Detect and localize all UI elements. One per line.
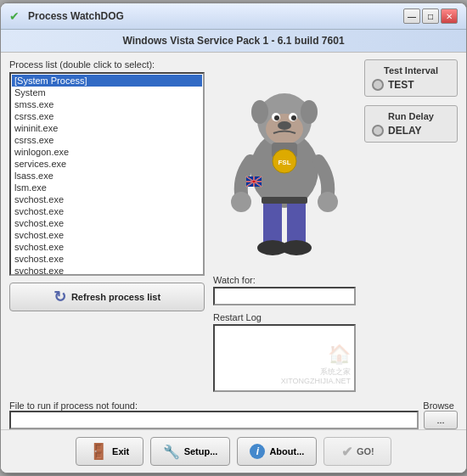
run-delay-row: DELAY	[372, 125, 450, 137]
list-item[interactable]: System	[12, 87, 202, 98]
watch-for-label: Watch for:	[213, 275, 356, 285]
restart-log-area[interactable]: 🏠 系统之家 XITONGZHIJIA.NET	[213, 324, 356, 392]
list-item[interactable]: lsass.exe	[12, 170, 202, 182]
about-label: About...	[269, 446, 304, 456]
run-delay-title: Run Delay	[372, 111, 450, 121]
svg-point-5	[274, 115, 279, 120]
file-input[interactable]	[9, 411, 419, 429]
svg-point-11	[231, 192, 251, 212]
window-title: Process WatchDOG	[28, 10, 403, 22]
main-window: ✔ Process WatchDOG — □ ✕ Windows Vista S…	[0, 3, 467, 473]
svg-point-12	[318, 192, 338, 212]
exit-label: Exit	[112, 446, 129, 456]
list-item[interactable]: smss.exe	[12, 98, 202, 110]
about-button[interactable]: i About...	[237, 437, 317, 466]
list-item[interactable]: wininit.exe	[12, 122, 202, 134]
header-bar: Windows Vista Service Pack 1 - 6.1 build…	[1, 30, 466, 53]
file-label: File to run if process not found:	[9, 400, 138, 411]
header-text: Windows Vista Service Pack 1 - 6.1 build…	[122, 35, 344, 47]
right-panel: Test Interval TEST Run Delay DELAY	[364, 59, 458, 392]
browse-label: Browse	[423, 400, 454, 411]
close-button[interactable]: ✕	[441, 8, 458, 24]
list-item[interactable]: svchost.exe	[12, 253, 202, 265]
bulldog-image: FSL	[221, 59, 348, 272]
test-interval-title: Test Interval	[372, 65, 450, 76]
svg-rect-17	[262, 197, 307, 204]
file-input-row: ...	[9, 411, 458, 429]
svg-point-7	[278, 121, 291, 130]
svg-point-8	[251, 100, 268, 124]
list-item[interactable]: [System Process]	[12, 75, 202, 87]
setup-label: Setup...	[184, 446, 218, 456]
watermark-text2: XITONGZHIJIA.NET	[281, 377, 351, 387]
exit-icon: 🚪	[89, 442, 108, 461]
list-item[interactable]: svchost.exe	[12, 265, 202, 276]
go-button[interactable]: ✔ GO!	[324, 437, 391, 466]
svg-rect-14	[287, 199, 306, 246]
title-controls: — □ ✕	[403, 8, 458, 24]
list-item[interactable]: svchost.exe	[12, 217, 202, 229]
center-panel: FSL Watch for:	[213, 59, 356, 392]
svg-point-16	[281, 240, 312, 255]
app-icon: ✔	[9, 9, 23, 23]
maximize-button[interactable]: □	[422, 8, 439, 24]
list-item[interactable]: svchost.exe	[12, 241, 202, 253]
setup-button[interactable]: 🔧 Setup...	[150, 437, 231, 466]
browse-button[interactable]: ...	[424, 411, 458, 429]
title-bar: ✔ Process WatchDOG — □ ✕	[1, 3, 466, 30]
run-delay-box: Run Delay DELAY	[364, 105, 458, 143]
file-section: File to run if process not found: Browse…	[1, 399, 466, 429]
setup-icon: 🔧	[163, 444, 180, 460]
svg-rect-13	[263, 199, 282, 246]
process-list-label: Process list (double click to select):	[9, 59, 205, 70]
refresh-button[interactable]: ↻ Refresh process list	[9, 283, 205, 311]
list-item[interactable]: csrss.exe	[12, 134, 202, 146]
run-delay-label: DELAY	[388, 125, 422, 137]
exit-button[interactable]: 🚪 Exit	[76, 437, 143, 466]
test-interval-box: Test Interval TEST	[364, 59, 458, 97]
test-interval-row: TEST	[372, 79, 450, 91]
minimize-button[interactable]: —	[403, 8, 420, 24]
test-interval-radio[interactable]	[372, 79, 384, 91]
refresh-label: Refresh process list	[71, 292, 160, 302]
list-item[interactable]: svchost.exe	[12, 193, 202, 205]
svg-point-6	[291, 115, 296, 120]
footer-buttons: 🚪 Exit 🔧 Setup... i About... ✔ GO!	[1, 429, 466, 473]
left-panel: Process list (double click to select): […	[9, 59, 205, 392]
about-icon: i	[250, 444, 265, 459]
main-content: Process list (double click to select): […	[1, 53, 466, 399]
watch-for-section: Watch for:	[213, 275, 356, 305]
test-interval-label: TEST	[388, 79, 414, 91]
watch-for-input[interactable]	[213, 287, 356, 305]
watermark-icon: 🏠	[281, 343, 351, 367]
svg-point-9	[301, 100, 318, 124]
go-icon: ✔	[341, 444, 352, 460]
refresh-icon: ↻	[53, 288, 66, 306]
process-listbox[interactable]: [System Process] System smss.exe csrss.e…	[9, 72, 205, 276]
list-item[interactable]: services.exe	[12, 158, 202, 170]
restart-log-label: Restart Log	[213, 312, 356, 322]
run-delay-radio[interactable]	[372, 125, 384, 137]
watermark-text1: 系统之家	[281, 367, 351, 378]
list-item[interactable]: winlogon.exe	[12, 146, 202, 158]
restart-log-section: Restart Log 🏠 系统之家 XITONGZHIJIA.NET	[213, 309, 356, 392]
svg-text:FSL: FSL	[278, 159, 290, 166]
list-item[interactable]: svchost.exe	[12, 229, 202, 241]
list-item[interactable]: svchost.exe	[12, 205, 202, 217]
go-label: GO!	[357, 446, 374, 456]
list-item[interactable]: lsm.exe	[12, 182, 202, 193]
list-item[interactable]: csrss.exe	[12, 110, 202, 122]
